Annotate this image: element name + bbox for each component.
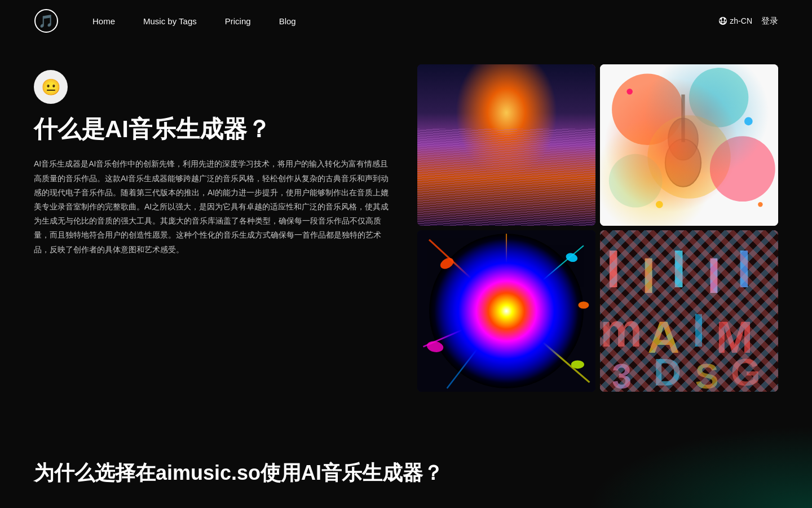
svg-text:I: I (671, 239, 686, 299)
svg-rect-8 (600, 64, 778, 226)
svg-rect-3 (417, 64, 595, 226)
image-mountain (417, 64, 595, 226)
logo-icon: 🎵 (34, 8, 59, 33)
svg-rect-16 (681, 94, 685, 142)
svg-text:I: I (707, 247, 721, 304)
svg-text:A: A (647, 312, 679, 362)
svg-text:m: m (600, 304, 642, 357)
svg-point-14 (668, 119, 698, 160)
svg-point-22 (429, 234, 584, 388)
nav-home[interactable]: Home (92, 16, 115, 26)
hero-description: AI音乐生成器是AI音乐创作中的创新先锋，利用先进的深度学习技术，将用户的输入转… (34, 157, 395, 256)
svg-point-9 (612, 74, 683, 145)
svg-point-11 (647, 115, 730, 198)
svg-point-20 (758, 202, 762, 207)
svg-text:I: I (642, 247, 656, 304)
why-section: 为什么选择在aimusic.so使用AI音乐生成器？ 在aimusic.so使用… (0, 426, 812, 508)
svg-text:I: I (606, 239, 621, 299)
svg-text:🎵: 🎵 (38, 14, 54, 29)
svg-line-28 (447, 311, 506, 388)
svg-point-32 (571, 360, 584, 369)
language-selector[interactable]: zh-CN (718, 16, 752, 25)
svg-text:I: I (736, 239, 751, 299)
login-button[interactable]: 登录 (761, 16, 778, 27)
lang-label: zh-CN (730, 16, 752, 25)
nav-links: Home Music by Tags Pricing Blog (92, 16, 718, 26)
svg-line-24 (506, 246, 584, 311)
svg-point-18 (744, 117, 753, 125)
svg-text:3: 3 (612, 356, 632, 392)
nav-pricing[interactable]: Pricing (225, 16, 251, 26)
globe-icon (718, 16, 727, 25)
avatar: 😐 (34, 70, 68, 104)
svg-text:I: I (692, 304, 705, 357)
svg-text:S: S (695, 356, 719, 392)
navbar: 🎵 Home Music by Tags Pricing Blog zh-CN … (0, 0, 812, 42)
svg-marker-7 (453, 163, 595, 226)
hero-content: 😐 什么是AI音乐生成器？ AI音乐生成器是AI音乐创作中的创新先锋，利用先进的… (34, 64, 395, 392)
hero-images: I I I I I m A I M 3 D S G (417, 64, 778, 392)
svg-point-12 (710, 136, 775, 202)
image-violin (600, 64, 778, 226)
svg-point-30 (564, 252, 579, 264)
svg-line-26 (506, 311, 589, 382)
svg-point-15 (665, 139, 701, 186)
svg-point-13 (609, 154, 663, 208)
svg-line-23 (429, 240, 506, 311)
svg-point-10 (689, 68, 748, 127)
svg-rect-2 (417, 64, 595, 226)
why-title: 为什么选择在aimusic.so使用AI音乐生成器？ (34, 459, 778, 487)
svg-point-4 (486, 89, 527, 130)
svg-text:M: M (716, 312, 753, 362)
avatar-emoji: 😐 (41, 78, 61, 97)
svg-point-29 (439, 256, 456, 271)
svg-point-17 (626, 89, 633, 95)
logo[interactable]: 🎵 (34, 8, 59, 33)
svg-text:D: D (654, 351, 681, 392)
nav-blog[interactable]: Blog (279, 16, 296, 26)
svg-marker-6 (417, 133, 595, 226)
nav-right: zh-CN 登录 (718, 16, 778, 27)
nav-music-by-tags[interactable]: Music by Tags (143, 16, 197, 26)
image-explosion (417, 230, 595, 392)
svg-line-25 (423, 311, 506, 347)
svg-point-33 (578, 301, 589, 309)
svg-point-31 (426, 340, 444, 353)
image-letters: I I I I I m A I M 3 D S G (600, 230, 778, 392)
svg-text:G: G (731, 351, 761, 392)
svg-rect-21 (417, 230, 595, 392)
hero-section: 😐 什么是AI音乐生成器？ AI音乐生成器是AI音乐创作中的创新先锋，利用先进的… (0, 42, 812, 426)
svg-point-19 (656, 201, 663, 208)
svg-rect-34 (600, 230, 778, 392)
hero-title: 什么是AI音乐生成器？ (34, 115, 395, 143)
svg-marker-5 (417, 121, 595, 226)
